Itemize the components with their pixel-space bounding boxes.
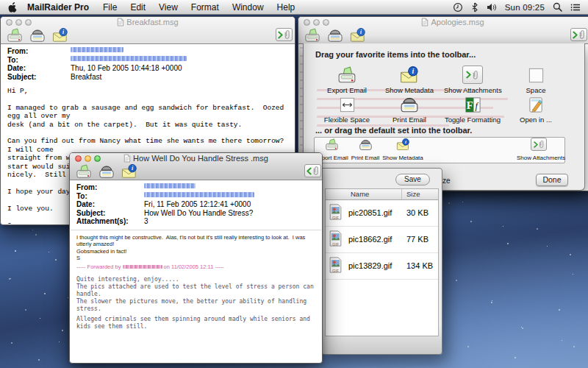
print-email-button[interactable] xyxy=(326,27,344,43)
redacted-from-address xyxy=(144,183,196,188)
redacted-from-address xyxy=(71,47,123,52)
palette-item-open-in[interactable]: Open in ... xyxy=(507,93,564,124)
show-attachments-toggle[interactable] xyxy=(570,28,587,41)
done-button[interactable]: Done xyxy=(536,174,568,186)
export-email-icon xyxy=(318,64,376,84)
menu-help[interactable]: Help xyxy=(277,2,295,13)
palette-item-export-email[interactable]: Export Email xyxy=(318,64,376,95)
menu-window[interactable]: Window xyxy=(232,2,264,13)
show-metadata-icon xyxy=(381,64,438,84)
attachment-row[interactable]: GIF pic20851.gif 30 KB xyxy=(326,200,438,227)
date-value: Fri, 11 Feb 2005 12:12:41 +0000 xyxy=(144,200,251,209)
toggle-formatting-icon xyxy=(444,93,501,113)
sheet-instruction: Drag your favorite items into the toolba… xyxy=(315,50,476,59)
show-metadata-button[interactable] xyxy=(349,27,367,43)
default-item-show-metadata[interactable]: Show Metadata xyxy=(381,138,425,162)
subject-value: Breakfast xyxy=(71,73,101,82)
breakfast-title-bar[interactable]: Breakfast.msg xyxy=(1,17,295,44)
show-metadata-icon xyxy=(381,138,425,151)
menu-format[interactable]: Format xyxy=(191,2,219,13)
quoted-body: Alleged criminals see them spinning arou… xyxy=(71,313,321,330)
attachments-list: Name Size GIF pic20851.gif 30 KB GIF pic… xyxy=(325,188,439,336)
column-size[interactable]: Size xyxy=(406,190,420,198)
print-email-icon xyxy=(381,93,438,113)
redacted-forwarder xyxy=(123,265,162,269)
time-machine-icon[interactable] xyxy=(453,2,463,13)
palette-item-show-metadata[interactable]: Show Metadata xyxy=(381,64,438,95)
forwarded-line: ----- Forwarded by on 11/02/2005 12:11 -… xyxy=(71,263,321,270)
column-divider xyxy=(401,189,402,199)
palette-item-toggle-formatting[interactable]: Toggle Formatting xyxy=(444,93,501,124)
stress-title-bar[interactable]: How Well Do You Handle Stress .msg xyxy=(70,153,322,180)
export-email-button[interactable] xyxy=(75,163,93,179)
print-email-button[interactable] xyxy=(98,163,115,179)
date-value: Thu, 10 Feb 2005 10:44:18 +0000 xyxy=(71,64,182,73)
message-headers: From: To: Date:Fri, 11 Feb 2005 12:12:41… xyxy=(71,180,321,226)
default-toolbar-set: Export Email Print Email Show Metadata S… xyxy=(314,137,565,163)
app-menu-title[interactable]: MailRaider Pro xyxy=(27,2,89,13)
close-button[interactable] xyxy=(6,19,12,26)
redacted-to-address xyxy=(144,192,254,197)
palette-item-flexible-space[interactable]: Flexible Space xyxy=(318,93,376,124)
sheet-default-instruction: ... or drag the default set into the too… xyxy=(315,126,472,135)
show-metadata-button[interactable] xyxy=(121,163,138,179)
close-button[interactable] xyxy=(304,19,310,26)
stress-content: From: To: Date:Fri, 11 Feb 2005 12:12:41… xyxy=(71,180,321,362)
palette-item-show-attachments[interactable]: Show Attachments xyxy=(444,64,501,95)
menu-clock[interactable]: Sun 09:25 xyxy=(505,3,545,12)
print-email-button[interactable] xyxy=(29,27,46,43)
show-attachments-icon xyxy=(444,64,501,84)
subject-value: How Well Do You Handle Stress? xyxy=(144,209,253,218)
window-stress: How Well Do You Handle Stress .msg From:… xyxy=(69,152,323,364)
show-metadata-button[interactable] xyxy=(51,27,69,43)
attachments-drawer: Save Name Size GIF pic20851.gif 30 KB GI… xyxy=(321,168,442,355)
attachment-row[interactable]: GIF pic13829.gif 134 KB xyxy=(326,253,438,280)
quoted-body: Quite interesting, enjoy..... The pics a… xyxy=(71,270,321,313)
palette-item-print-email[interactable]: Print Email xyxy=(381,93,438,124)
minimize-button[interactable] xyxy=(313,19,320,26)
message-headers: From: To: Date:Thu, 10 Feb 2005 10:44:18… xyxy=(1,44,294,81)
stress-toolbar xyxy=(75,163,318,179)
message-intro: I thought this might be constructive. Al… xyxy=(71,230,321,263)
close-button[interactable] xyxy=(75,155,82,162)
menu-file[interactable]: File xyxy=(103,2,117,13)
attachments-list-header: Name Size xyxy=(326,189,438,200)
menu-bar: MailRaider Pro File Edit View Format Win… xyxy=(0,0,588,15)
flexible-space-icon xyxy=(318,93,376,113)
window-apologies: Apologies.msg Drag your favorite items i… xyxy=(298,16,588,191)
open-in-icon xyxy=(507,93,564,113)
attachments-count: 3 xyxy=(144,217,148,226)
apologies-toolbar xyxy=(304,27,588,43)
menu-view[interactable]: View xyxy=(159,2,178,13)
volume-icon[interactable] xyxy=(487,3,497,12)
apple-menu-icon[interactable] xyxy=(7,1,18,13)
desktop: MailRaider Pro File Edit View Format Win… xyxy=(0,0,588,368)
export-email-button[interactable] xyxy=(304,27,321,43)
column-name[interactable]: Name xyxy=(351,190,369,198)
bluetooth-icon[interactable] xyxy=(471,2,478,13)
palette-item-space[interactable]: Space xyxy=(507,64,564,95)
export-email-button[interactable] xyxy=(6,27,24,43)
window-title: Apologies.msg xyxy=(320,18,585,27)
menu-edit[interactable]: Edit xyxy=(130,2,146,13)
default-item-show-attachments[interactable]: Show Attachments xyxy=(517,138,561,162)
minimize-button[interactable] xyxy=(85,155,91,162)
space-icon xyxy=(507,64,564,84)
breakfast-toolbar xyxy=(6,27,291,43)
spotlight-icon[interactable] xyxy=(553,2,562,12)
desktop-stars xyxy=(15,250,16,252)
attachment-row[interactable]: GIF pic18662.gif 77 KB xyxy=(326,227,438,253)
window-title: How Well Do You Handle Stress .msg xyxy=(92,154,300,163)
show-attachments-toggle[interactable] xyxy=(276,28,293,41)
desktop-stars xyxy=(32,230,33,230)
minimize-button[interactable] xyxy=(15,19,22,26)
show-attachments-icon xyxy=(517,138,561,151)
save-attachments-button[interactable]: Save xyxy=(395,174,430,185)
hide-attachments-toggle[interactable] xyxy=(304,164,321,177)
window-title: Breakfast.msg xyxy=(23,18,273,27)
redacted-to-address xyxy=(71,56,187,61)
menu-list-icon[interactable] xyxy=(570,3,581,12)
apologies-title-bar[interactable]: Apologies.msg xyxy=(298,17,588,44)
